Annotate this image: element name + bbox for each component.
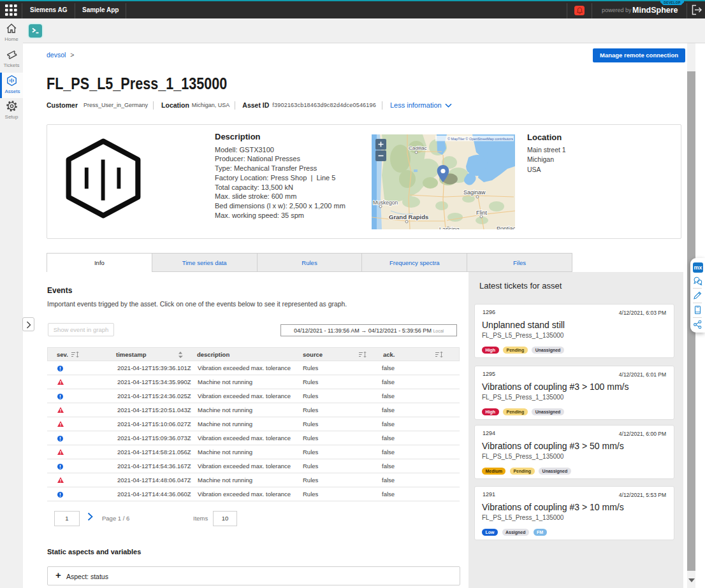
svg-text:Muskegon: Muskegon xyxy=(373,199,398,206)
svg-text:Lansing: Lansing xyxy=(439,226,460,229)
svg-text:Flint: Flint xyxy=(476,210,488,216)
svg-text:Saginaw: Saginaw xyxy=(463,189,486,196)
svg-text:Grand Rapids: Grand Rapids xyxy=(389,213,428,220)
svg-text:© MapTiler © OpenStreetMap con: © MapTiler © OpenStreetMap contributors xyxy=(447,137,513,141)
svg-text:Cadillac: Cadillac xyxy=(409,145,426,151)
svg-text:Pontiac: Pontiac xyxy=(497,226,515,229)
